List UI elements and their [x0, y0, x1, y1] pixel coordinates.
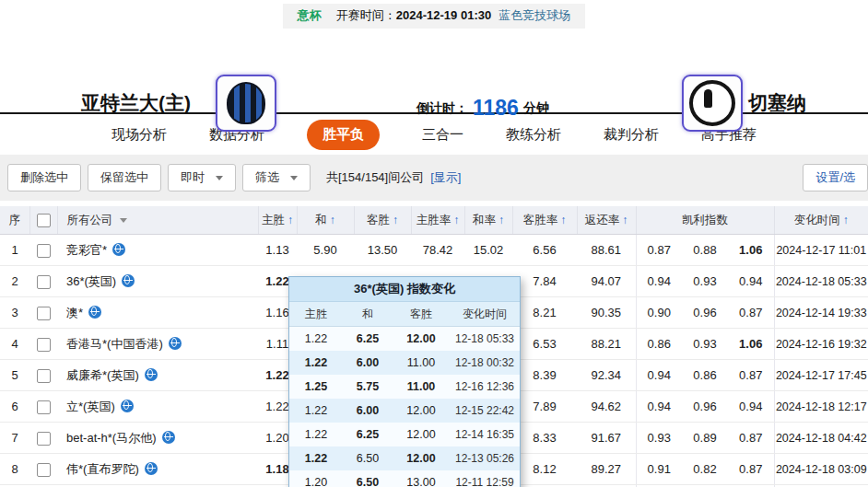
- countdown: 倒计时： 1186 分钟: [416, 96, 549, 121]
- draw-rate: 15.02: [464, 235, 512, 266]
- sort-up-icon: ↑: [843, 214, 849, 226]
- away-win-rate: 6.53: [512, 329, 577, 360]
- sort-up-icon: ↑: [393, 214, 398, 226]
- header-kelly[interactable]: 凯利指数: [636, 206, 774, 235]
- countdown-label: 倒计时：: [416, 100, 468, 117]
- away-win-rate: 8.21: [512, 297, 577, 329]
- company-filter-caret-icon[interactable]: [120, 218, 127, 223]
- row-seq: 4: [0, 329, 29, 360]
- header-home-rate[interactable]: 主胜率↑: [411, 206, 464, 235]
- header-change-time-label: 变化时间: [794, 214, 840, 226]
- change-time: 2024-12-16 19:32: [774, 329, 868, 360]
- tab-6[interactable]: 裁判分析: [604, 126, 659, 144]
- company-cell[interactable]: 竞彩官*: [57, 235, 258, 266]
- popup-draw-odds: 6.25: [343, 423, 393, 446]
- venue-name: 蓝色竞技球场: [499, 8, 570, 22]
- popup-title: 36*(英国) 指数变化: [289, 277, 520, 302]
- header-draw-label: 和: [315, 214, 327, 226]
- company-cell[interactable]: 香港马*(中国香港): [57, 329, 258, 360]
- tab-5[interactable]: 教练分析: [506, 126, 561, 144]
- company-cell[interactable]: 威廉希*(英国): [57, 360, 258, 391]
- header-company-label: 所有公司: [67, 214, 113, 226]
- delete-selected-button[interactable]: 删除选中: [7, 164, 81, 191]
- company-name: 伟*(直布罗陀): [66, 462, 139, 476]
- popup-away-odds: 12.00: [393, 327, 450, 352]
- atalanta-crest-icon: [227, 82, 265, 124]
- company-name: 澳*: [66, 306, 83, 319]
- popup-home-odds: 1.22: [289, 423, 343, 446]
- cesena-crest-icon: [689, 80, 735, 126]
- popup-row: 1.255.7511.0012-16 12:36: [289, 375, 520, 399]
- row-checkbox[interactable]: [37, 463, 51, 477]
- company-cell[interactable]: 澳*: [57, 297, 258, 329]
- kelly-index-1: 0.86: [636, 329, 682, 360]
- header-company[interactable]: 所有公司: [57, 206, 258, 235]
- instant-dropdown[interactable]: 即时: [168, 164, 236, 191]
- popup-home-odds: 1.20: [289, 470, 343, 487]
- header-draw-odds[interactable]: 和↑: [297, 206, 354, 235]
- header-change-time[interactable]: 变化时间↑: [774, 206, 868, 235]
- row-checkbox[interactable]: [37, 275, 51, 289]
- row-checkbox-cell: [29, 423, 57, 454]
- row-checkbox[interactable]: [37, 307, 51, 320]
- toolbar: 删除选中 保留选中 即时 筛选 共[154/154]间公司 [显示] 设置/选: [0, 155, 868, 201]
- settings-button[interactable]: 设置/选: [803, 164, 868, 191]
- row-checkbox-cell: [29, 360, 57, 391]
- row-checkbox[interactable]: [37, 369, 51, 383]
- popup-change-time: 12-11 12:59: [450, 470, 520, 487]
- header-seq: 序: [0, 206, 29, 235]
- company-globe-icon[interactable]: [88, 306, 101, 319]
- header-return-rate[interactable]: 返还率↑: [577, 206, 636, 235]
- popup-draw-odds: 6.50: [343, 446, 393, 470]
- popup-home-odds: 1.22: [289, 399, 343, 423]
- company-globe-icon[interactable]: [145, 462, 158, 475]
- kelly-index-1: 0.94: [636, 266, 682, 297]
- row-seq: 5: [0, 360, 29, 391]
- filter-dropdown[interactable]: 筛选: [242, 164, 311, 191]
- change-time: 2024-12-14 19:33: [774, 297, 868, 329]
- keep-selected-button[interactable]: 保留选中: [88, 164, 161, 191]
- row-checkbox[interactable]: [37, 432, 51, 446]
- row-checkbox[interactable]: [37, 338, 51, 352]
- kelly-index-2: 0.96: [682, 297, 728, 329]
- away-win-rate: 8.39: [512, 360, 577, 391]
- sort-up-icon: ↑: [622, 214, 628, 226]
- company-globe-icon[interactable]: [162, 431, 175, 444]
- row-seq: 3: [0, 297, 29, 329]
- select-all-checkbox[interactable]: [37, 214, 51, 227]
- row-checkbox-cell: [29, 454, 57, 485]
- header-away-rate[interactable]: 客胜率↑: [512, 206, 577, 235]
- away-win-rate: 8.33: [512, 423, 577, 454]
- row-checkbox[interactable]: [37, 244, 51, 258]
- company-cell[interactable]: 36*(英国): [57, 266, 258, 297]
- company-globe-icon[interactable]: [169, 337, 182, 350]
- popup-row: 1.226.2512.0012-14 16:35: [289, 423, 520, 446]
- row-seq: 7: [0, 423, 29, 454]
- kelly-index-2: 0.86: [682, 360, 728, 391]
- row-checkbox-cell: [29, 235, 57, 266]
- company-globe-icon[interactable]: [121, 400, 134, 412]
- home-win-rate: 78.42: [411, 235, 464, 266]
- company-globe-icon[interactable]: [122, 274, 135, 287]
- company-globe-icon[interactable]: [112, 243, 125, 256]
- company-globe-icon[interactable]: [145, 368, 158, 381]
- show-link[interactable]: [显示]: [430, 169, 461, 186]
- row-seq: 6: [0, 391, 29, 423]
- popup-draw-odds: 6.50: [343, 470, 393, 487]
- row-checkbox[interactable]: [37, 400, 51, 414]
- header-draw-rate[interactable]: 和率↑: [464, 206, 512, 235]
- company-cell[interactable]: bet-at-h*(马尔他): [57, 423, 258, 454]
- tab-1[interactable]: 现场分析: [111, 126, 167, 144]
- tab-4[interactable]: 三合一: [422, 126, 463, 144]
- company-name: 威廉希*(英国): [66, 368, 139, 382]
- kelly-index-1: 0.93: [636, 423, 682, 454]
- return-rate: 89.27: [577, 454, 636, 485]
- popup-change-time: 12-14 16:35: [450, 423, 520, 446]
- popup-away-odds: 12.00: [393, 446, 450, 470]
- tab-3[interactable]: 胜平负: [307, 120, 380, 150]
- company-cell[interactable]: 伟*(直布罗陀): [57, 454, 258, 485]
- header-home-odds[interactable]: 主胜↑: [258, 206, 297, 235]
- company-cell[interactable]: 立*(英国): [57, 391, 258, 423]
- header-away-odds[interactable]: 客胜↑: [354, 206, 411, 235]
- company-name: 竞彩官*: [66, 243, 107, 257]
